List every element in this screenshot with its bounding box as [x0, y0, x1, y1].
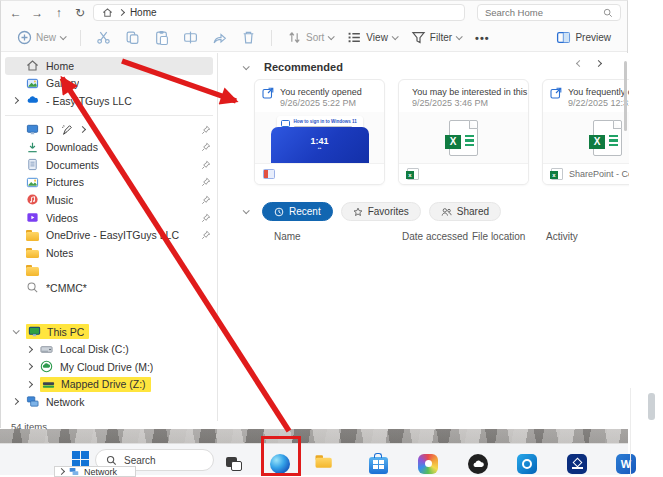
- recommended-card[interactable]: You frequently open9/22/2025 12:31 PM X …: [542, 79, 629, 185]
- view-icon: [347, 30, 362, 45]
- pin-icon[interactable]: [201, 230, 211, 240]
- column-file-location[interactable]: File location: [472, 231, 525, 242]
- sidebar-item-label: My Cloud Drive (M:): [60, 361, 153, 373]
- this-pc-highlight: This PC: [26, 324, 89, 339]
- sidebar-item-label: Mapped Drive (Z:): [61, 378, 146, 390]
- music-icon: [26, 193, 39, 206]
- sidebar-item-gallery[interactable]: Gallery: [1, 75, 217, 93]
- navigation-pane: Home Gallery - EasyITGuys LLC D Download…: [1, 53, 218, 421]
- lockscreen-time: 1:41: [271, 136, 369, 146]
- sidebar-item-mapped-drive-z[interactable]: Mapped Drive (Z:): [1, 376, 217, 394]
- forward-icon[interactable]: →: [28, 4, 45, 22]
- tab-shared[interactable]: Shared: [429, 202, 501, 221]
- pin-icon[interactable]: [201, 177, 211, 187]
- doc-snippet-title: How to sign in to Windows 11: [294, 119, 359, 124]
- cut-button[interactable]: [90, 27, 117, 48]
- preview-button[interactable]: Preview: [550, 27, 617, 48]
- recommended-card[interactable]: You may be interested in this9/25/2025 3…: [398, 79, 529, 185]
- paste-button[interactable]: [148, 27, 175, 48]
- copy-button[interactable]: [119, 27, 146, 48]
- photos-icon: [418, 454, 438, 474]
- sidebar-item-my-cloud-drive-m[interactable]: My Cloud Drive (M:): [1, 358, 217, 376]
- expand-chevron-icon[interactable]: [25, 346, 32, 353]
- carousel-next-icon[interactable]: [595, 60, 602, 67]
- excel-mini-icon: [551, 168, 563, 180]
- sidebar-item-network[interactable]: Network: [1, 393, 217, 411]
- sidebar-item-local-disk-c[interactable]: Local Disk (C:): [1, 340, 217, 358]
- expand-chevron-icon[interactable]: [25, 363, 32, 370]
- recommended-card[interactable]: You recently opened9/26/2025 5:22 PM How…: [254, 79, 385, 185]
- sidebar-item-label: Documents: [46, 159, 99, 171]
- search-input[interactable]: Search Home: [477, 4, 621, 21]
- sidebar-item-music[interactable]: Music: [1, 191, 217, 209]
- pin-icon[interactable]: [201, 213, 211, 223]
- refresh-icon[interactable]: ↻: [71, 4, 88, 22]
- desktop-icon: [26, 123, 39, 136]
- pin-icon[interactable]: [201, 160, 211, 170]
- word-button[interactable]: W: [614, 452, 638, 476]
- sidebar-item-desktop[interactable]: D: [1, 121, 217, 139]
- collapse-chevron-icon[interactable]: [12, 327, 19, 334]
- expand-chevron-icon[interactable]: [11, 97, 18, 104]
- sidebar-item-pictures[interactable]: Pictures: [1, 174, 217, 192]
- sidebar-item-this-pc[interactable]: This PC: [1, 323, 217, 341]
- pin-icon[interactable]: [201, 125, 211, 135]
- content-scrollbar[interactable]: [624, 61, 627, 131]
- column-name[interactable]: Name: [274, 231, 301, 242]
- expand-chevron-icon[interactable]: [25, 381, 32, 388]
- carousel-prev-icon[interactable]: [576, 60, 583, 67]
- breadcrumb[interactable]: Home: [93, 4, 465, 21]
- section-collapse-icon[interactable]: [243, 207, 250, 214]
- share-button[interactable]: [206, 27, 233, 48]
- delete-button[interactable]: [235, 27, 262, 48]
- app-stack-button[interactable]: [565, 452, 589, 476]
- card-thumbnail: X: [543, 112, 629, 163]
- recommended-collapse-icon[interactable]: [243, 63, 250, 70]
- mapped-drive-icon: [42, 378, 55, 391]
- expand-chevron-icon[interactable]: [11, 398, 18, 405]
- pin-icon[interactable]: [201, 142, 211, 152]
- pin-icon[interactable]: [201, 195, 211, 205]
- sidebar-item-saved-search-cmmc[interactable]: *CMMC*: [1, 279, 217, 297]
- sidebar-item-downloads[interactable]: Downloads: [1, 138, 217, 156]
- store-button[interactable]: [366, 452, 390, 476]
- sidebar-item-notes[interactable]: Notes: [1, 244, 217, 262]
- sidebar-item-label: Network: [46, 396, 85, 408]
- outer-scrollbar-thumb[interactable]: [648, 393, 655, 420]
- onedrive-button[interactable]: [466, 452, 490, 476]
- column-date-accessed[interactable]: Date accessed: [402, 231, 468, 242]
- sidebar-item-label: This PC: [47, 326, 84, 338]
- back-icon[interactable]: ←: [7, 4, 24, 22]
- recommended-title: Recommended: [264, 61, 343, 73]
- sidebar-item-folder[interactable]: [1, 262, 217, 280]
- more-options-button[interactable]: •••: [469, 29, 496, 47]
- sidebar-item-onedrive-folder[interactable]: OneDrive - EasyITGuys LLC: [1, 226, 217, 244]
- open-external-icon: [262, 87, 274, 99]
- filter-button[interactable]: Filter: [405, 27, 467, 48]
- sidebar-item-videos[interactable]: Videos: [1, 209, 217, 227]
- column-activity[interactable]: Activity: [546, 231, 578, 242]
- up-icon[interactable]: ↑: [50, 4, 67, 22]
- search-icon: [603, 8, 613, 18]
- pen-cursor-icon: [61, 124, 73, 136]
- outlook-icon: [517, 454, 537, 474]
- card-thumbnail: X: [399, 112, 528, 163]
- breadcrumb-path[interactable]: Home: [130, 7, 157, 18]
- sort-button[interactable]: Sort: [281, 27, 339, 48]
- sidebar-item-documents[interactable]: Documents: [1, 156, 217, 174]
- outlook-button[interactable]: [515, 452, 539, 476]
- recommended-cards: You recently opened9/26/2025 5:22 PM How…: [254, 79, 629, 185]
- file-explorer-button[interactable]: [316, 452, 340, 476]
- photos-button[interactable]: [416, 452, 440, 476]
- sidebar-item-onedrive-account[interactable]: - EasyITGuys LLC: [1, 92, 217, 110]
- tab-recent[interactable]: Recent: [262, 202, 333, 221]
- sidebar-item-home[interactable]: Home: [5, 57, 213, 75]
- task-view-button[interactable]: [222, 452, 246, 476]
- rename-button[interactable]: [177, 27, 204, 48]
- task-view-icon: [231, 461, 242, 471]
- desktop-wallpaper: [0, 429, 628, 443]
- view-button[interactable]: View: [341, 27, 403, 48]
- lockscreen-thumbnail: 1:41 ▴▴: [271, 127, 369, 163]
- tab-favorites[interactable]: Favorites: [341, 202, 421, 221]
- new-button[interactable]: New: [11, 27, 71, 48]
